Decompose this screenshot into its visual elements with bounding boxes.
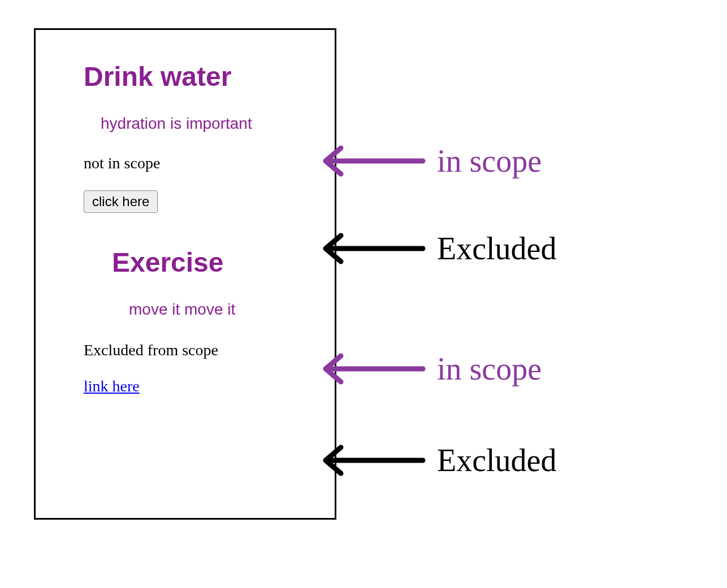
link-here[interactable]: link here [84, 377, 287, 395]
text-not-in-scope: not in scope [84, 154, 287, 172]
annotation-excluded-1: Excluded [321, 229, 556, 268]
annotation-in-scope-2: in scope [321, 349, 542, 389]
arrow-left-icon [321, 441, 426, 480]
arrow-left-icon [321, 229, 426, 268]
annotation-in-scope-1: in scope [321, 141, 542, 181]
annotation-label: in scope [437, 351, 542, 387]
subtext-hydration: hydration is important [101, 115, 287, 133]
arrow-left-icon [321, 349, 426, 389]
annotation-label: Excluded [437, 230, 556, 267]
arrow-left-icon [321, 141, 426, 181]
annotation-excluded-2: Excluded [321, 441, 556, 480]
subtext-move-it: move it move it [129, 300, 287, 319]
text-excluded-from-scope: Excluded from scope [84, 341, 287, 359]
content-box: Drink water hydration is important not i… [34, 28, 336, 520]
heading-exercise: Exercise [112, 247, 287, 278]
heading-drink-water: Drink water [84, 61, 287, 92]
annotation-label: in scope [437, 143, 542, 179]
click-here-button[interactable]: click here [84, 190, 158, 213]
annotation-label: Excluded [437, 442, 556, 478]
